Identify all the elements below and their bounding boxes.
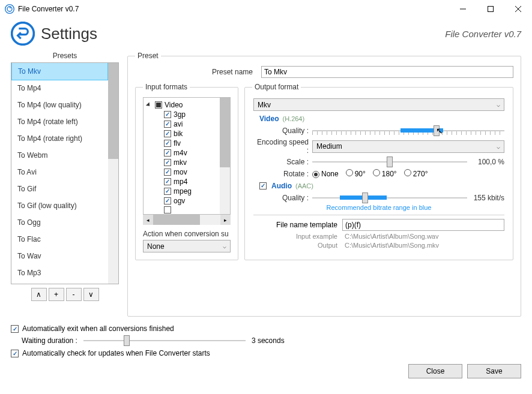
output-format-fieldset: Output format Mkv Video(H.264) Quality :… [244, 83, 513, 260]
format-checkbox[interactable] [164, 111, 171, 118]
video-section-header: Video(H.264) [259, 115, 504, 123]
format-checkbox[interactable] [164, 121, 171, 128]
preset-item[interactable]: To Mp4 (rotate right) [11, 130, 108, 147]
close-window-button[interactable] [504, 0, 532, 18]
action-select[interactable]: None [143, 240, 231, 252]
preset-fieldset: Preset Preset name Input formats Video3g… [127, 52, 521, 317]
save-button[interactable]: Save [467, 364, 521, 378]
presets-list: To MkvTo Mp4To Mp4 (low quality)To Mp4 (… [11, 62, 119, 284]
rotate-option[interactable]: 180° [373, 169, 397, 178]
page-title: Settings [41, 25, 445, 43]
tree-item[interactable]: ogv [144, 196, 220, 206]
format-checkbox[interactable] [164, 149, 171, 157]
presets-scrollbar[interactable] [108, 63, 118, 284]
video-quality-label: Quality : [253, 127, 312, 135]
input-example-value: C:\Music\Artist\Album\Song.wav [345, 233, 439, 240]
format-checkbox[interactable] [164, 206, 171, 213]
preset-item[interactable]: To Mp3 [11, 264, 108, 281]
output-example-label: Output [253, 242, 337, 249]
tree-item[interactable]: flv [144, 139, 220, 148]
preset-item[interactable]: To Mp4 (low quality) [11, 97, 108, 113]
rotate-option[interactable]: None [312, 170, 339, 178]
enc-speed-label: Encoding speed : [253, 138, 312, 155]
format-checkbox[interactable] [164, 178, 171, 185]
preset-move-down-button[interactable]: ∨ [83, 288, 99, 301]
audio-quality-slider[interactable] [312, 192, 467, 204]
tree-item[interactable]: mov [144, 167, 220, 177]
window-title: File Converter v0.7 [18, 5, 449, 13]
input-formats-fieldset: Input formats Video3gpavibikflvm4vmkvmov… [135, 83, 238, 260]
preset-remove-button[interactable]: - [66, 288, 82, 301]
audio-section-header: Audio(AAC) [259, 182, 504, 190]
minimize-button[interactable] [449, 0, 477, 18]
close-button[interactable]: Close [408, 364, 462, 378]
bitrate-reco-text: Recommended bitrate range in blue [253, 204, 504, 211]
file-template-input[interactable] [342, 219, 504, 231]
presets-label: Presets [11, 52, 119, 60]
format-checkbox[interactable] [164, 140, 171, 147]
scale-label: Scale : [253, 158, 312, 166]
header: Settings File Converter v0.7 [0, 18, 532, 52]
preset-item[interactable]: To Webm [11, 147, 108, 164]
titlebar: File Converter v0.7 [0, 0, 532, 18]
input-example-label: Input example [253, 233, 337, 240]
auto-update-label: Automatically check for updates when Fil… [22, 349, 210, 357]
group-checkbox[interactable] [155, 101, 162, 109]
svg-point-0 [5, 5, 14, 14]
preset-item[interactable]: To Mp4 [11, 80, 108, 97]
tree-item[interactable] [144, 206, 220, 214]
tree-item[interactable]: avi [144, 119, 220, 129]
preset-name-input[interactable] [261, 66, 513, 78]
preset-item[interactable]: To Flac [11, 231, 108, 248]
preset-name-label: Preset name [135, 68, 255, 76]
maximize-button[interactable] [477, 0, 504, 18]
preset-item[interactable]: To Gif [11, 181, 108, 197]
video-quality-slider[interactable]: ↖ [312, 125, 504, 137]
wait-duration-label: Waiting duration : [22, 336, 77, 345]
preset-item[interactable]: To Wav [11, 248, 108, 264]
tree-item[interactable]: mp4 [144, 177, 220, 187]
tree-group[interactable]: Video [144, 100, 220, 110]
preset-item[interactable]: To Ogg [11, 214, 108, 231]
format-checkbox[interactable] [164, 197, 171, 204]
preset-item[interactable]: To Gif (low quality) [11, 197, 108, 214]
scale-value: 100,0 % [467, 158, 504, 166]
format-checkbox[interactable] [164, 188, 171, 195]
enc-speed-select[interactable]: Medium [312, 140, 504, 153]
rotate-option[interactable]: 90° [346, 169, 366, 178]
tree-item[interactable]: m4v [144, 148, 220, 158]
preset-item[interactable]: To Avi [11, 164, 108, 181]
action-label: Action when conversion su [143, 230, 231, 238]
output-format-select[interactable]: Mkv [253, 98, 504, 111]
preset-item[interactable]: To Mkv [11, 63, 108, 80]
audio-quality-label: Quality : [253, 194, 312, 202]
settings-logo-icon [11, 22, 35, 46]
preset-legend: Preset [135, 52, 161, 60]
preset-add-button[interactable]: + [49, 288, 64, 301]
audio-enable-checkbox[interactable] [259, 182, 267, 190]
auto-exit-checkbox[interactable] [11, 325, 19, 333]
file-template-label: File name template [253, 221, 337, 229]
tree-scrollbar[interactable] [220, 98, 230, 214]
format-checkbox[interactable] [164, 130, 171, 137]
output-legend: Output format [252, 83, 301, 91]
audio-quality-value: 155 kbit/s [467, 194, 504, 202]
rotate-label: Rotate : [253, 170, 312, 178]
preset-item[interactable]: To Mp4 (rotate left) [11, 113, 108, 130]
scale-slider[interactable] [312, 156, 467, 168]
svg-rect-3 [488, 7, 494, 12]
rotate-option[interactable]: 270° [404, 169, 428, 178]
auto-exit-label: Automatically exit when all conversions … [22, 324, 174, 333]
wait-duration-slider[interactable] [83, 335, 246, 347]
tree-item[interactable]: 3gp [144, 110, 220, 119]
auto-update-checkbox[interactable] [11, 350, 19, 357]
format-checkbox[interactable] [164, 169, 171, 176]
format-checkbox[interactable] [164, 159, 171, 166]
tree-item[interactable]: bik [144, 129, 220, 139]
tree-item[interactable]: mkv [144, 158, 220, 167]
tree-hscrollbar[interactable]: ◂▸ [143, 215, 231, 225]
tree-item[interactable]: mpeg [144, 187, 220, 196]
output-example-value: C:\Music\Artist\Album\Song.mkv [345, 242, 439, 249]
preset-move-up-button[interactable]: ∧ [31, 288, 47, 301]
wait-duration-value: 3 seconds [252, 336, 285, 345]
